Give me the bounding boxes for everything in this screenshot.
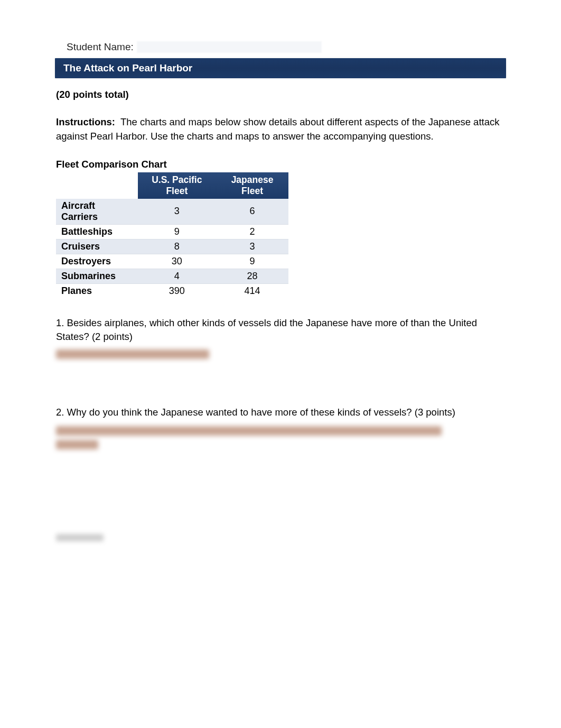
row-us: 30	[138, 254, 217, 269]
question-1: 1. Besides airplanes, which other kinds …	[56, 316, 505, 345]
row-us: 9	[138, 224, 217, 239]
footer-blurred	[56, 534, 104, 541]
instructions-text: The charts and maps below show details a…	[56, 116, 499, 142]
row-label: Planes	[56, 283, 138, 298]
row-label: Battleships	[56, 224, 138, 239]
answer-2-blurred-line2	[56, 440, 98, 449]
answer-2-blurred-line1	[56, 426, 442, 436]
points-total: (20 points total)	[56, 89, 505, 100]
row-jp: 414	[216, 283, 288, 298]
row-us: 390	[138, 283, 217, 298]
table-header-row: U.S. Pacific Fleet Japanese Fleet	[56, 172, 288, 199]
fleet-comparison-table: U.S. Pacific Fleet Japanese Fleet Aircra…	[56, 172, 288, 298]
title-bar: The Attack on Pearl Harbor	[55, 58, 506, 78]
row-label: Aircraft Carriers	[56, 199, 138, 225]
answer-1-blurred	[56, 349, 209, 359]
table-row: Aircraft Carriers 3 6	[56, 199, 288, 225]
table-row: Planes 390 414	[56, 283, 288, 298]
question-2: 2. Why do you think the Japanese wanted …	[56, 406, 505, 420]
student-name-blank[interactable]	[137, 41, 322, 53]
table-row: Battleships 9 2	[56, 224, 288, 239]
table-row: Submarines 4 28	[56, 269, 288, 283]
row-us: 8	[138, 239, 217, 254]
table-row: Cruisers 8 3	[56, 239, 288, 254]
table-header-jp: Japanese Fleet	[216, 172, 288, 199]
instructions: Instructions: The charts and maps below …	[56, 115, 505, 144]
row-jp: 2	[216, 224, 288, 239]
row-label: Cruisers	[56, 239, 138, 254]
row-us: 3	[138, 199, 217, 225]
chart-title: Fleet Comparison Chart	[56, 159, 505, 170]
table-header-blank	[56, 172, 138, 199]
row-jp: 6	[216, 199, 288, 225]
row-us: 4	[138, 269, 217, 283]
student-name-row: Student Name:	[67, 41, 505, 53]
row-jp: 28	[216, 269, 288, 283]
row-jp: 3	[216, 239, 288, 254]
table-header-us: U.S. Pacific Fleet	[138, 172, 217, 199]
row-label: Destroyers	[56, 254, 138, 269]
table-row: Destroyers 30 9	[56, 254, 288, 269]
row-jp: 9	[216, 254, 288, 269]
student-name-label: Student Name:	[67, 41, 134, 53]
row-label: Submarines	[56, 269, 138, 283]
instructions-label: Instructions:	[56, 116, 115, 127]
